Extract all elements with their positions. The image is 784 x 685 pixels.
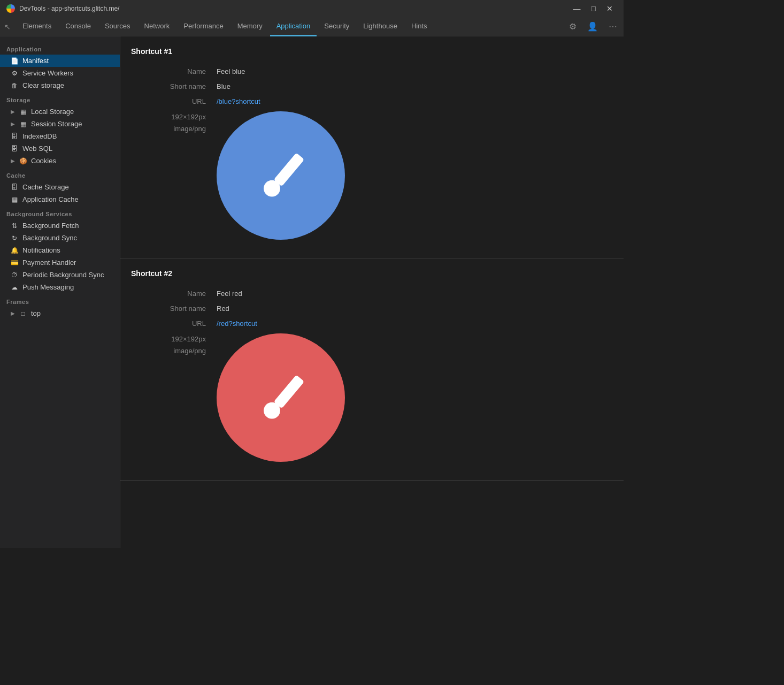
shortcut-2-name-label: Name [131, 288, 217, 299]
web-sql-icon: 🗄 [11, 145, 18, 153]
push-icon: ☁ [11, 284, 18, 291]
sidebar-label-indexeddb: IndexedDB [22, 132, 113, 140]
cookies-icon: 🍪 [19, 157, 27, 165]
sidebar-item-local-storage[interactable]: ▶ ▦ Local Storage [0, 105, 120, 118]
sidebar-label-notifications: Notifications [22, 246, 113, 254]
tab-hints[interactable]: Hints [405, 17, 434, 36]
bg-sync-icon: ↻ [11, 234, 18, 242]
sidebar-label-local-storage: Local Storage [31, 108, 113, 116]
svg-point-3 [264, 402, 280, 419]
shortcut-1-url-row: URL /blue?shortcut [120, 94, 624, 109]
cache-storage-icon: 🗄 [11, 184, 18, 191]
tab-network[interactable]: Network [138, 17, 176, 36]
tab-application[interactable]: Application [270, 17, 317, 36]
notifications-icon: 🔔 [11, 247, 18, 254]
sidebar-section-frames: Frames [0, 293, 120, 307]
more-icon[interactable]: ⋯ [606, 19, 619, 34]
shortcut-1-name-row: Name Feel blue [120, 64, 624, 79]
shortcut-2-name-row: Name Feel red [120, 286, 624, 301]
sidebar-section-cache: Cache [0, 167, 120, 181]
sidebar-label-cookies: Cookies [31, 157, 113, 165]
sidebar-section-application: Application [0, 41, 120, 55]
tabbar: ↖ Elements Console Sources Network Perfo… [0, 17, 624, 36]
profile-icon[interactable]: 👤 [585, 19, 600, 34]
sidebar-item-push-messaging[interactable]: ☁ Push Messaging [0, 281, 120, 293]
sidebar-item-cache-storage[interactable]: 🗄 Cache Storage [0, 181, 120, 193]
sidebar-label-push-messaging: Push Messaging [22, 283, 113, 291]
sidebar-item-cookies[interactable]: ▶ 🍪 Cookies [0, 155, 120, 167]
tab-sources[interactable]: Sources [98, 17, 137, 36]
sidebar-item-bg-sync[interactable]: ↻ Background Sync [0, 232, 120, 244]
svg-point-1 [264, 180, 280, 197]
maximize-button[interactable]: □ [587, 3, 600, 14]
shortcut-1-name-label: Name [131, 66, 217, 77]
payment-icon: 💳 [11, 259, 18, 267]
sidebar-item-notifications[interactable]: 🔔 Notifications [0, 244, 120, 256]
shortcut-1-url-value[interactable]: /blue?shortcut [217, 96, 260, 107]
sidebar-item-indexeddb[interactable]: 🗄 IndexedDB [0, 130, 120, 142]
shortcut-1-shortname-row: Short name Blue [120, 79, 624, 94]
sidebar-label-manifest: Manifest [22, 57, 113, 65]
tab-security[interactable]: Security [318, 17, 356, 36]
settings-icon[interactable]: ⚙ [567, 19, 579, 34]
shortcut-1-image-row: 192×192px image/png [120, 109, 624, 242]
paintbrush-icon [251, 368, 310, 427]
titlebar: DevTools - app-shortcuts.glitch.me/ — □ … [0, 0, 624, 17]
svg-rect-2 [274, 375, 305, 408]
shortcut-1-url-label: URL [131, 96, 217, 107]
titlebar-title: DevTools - app-shortcuts.glitch.me/ [19, 5, 565, 12]
sidebar-item-bg-fetch[interactable]: ⇅ Background Fetch [0, 219, 120, 232]
tab-elements[interactable]: Elements [16, 17, 58, 36]
tab-performance[interactable]: Performance [177, 17, 229, 36]
sidebar-label-web-sql: Web SQL [22, 144, 113, 153]
tab-lighthouse[interactable]: Lighthouse [357, 17, 404, 36]
sidebar-item-manifest[interactable]: 📄 Manifest [0, 55, 120, 67]
shortcut-2-url-value[interactable]: /red?shortcut [217, 318, 257, 329]
sidebar-label-application-cache: Application Cache [22, 195, 113, 203]
main-layout: Application 📄 Manifest ⚙ Service Workers… [0, 36, 624, 548]
sidebar-item-web-sql[interactable]: 🗄 Web SQL [0, 142, 120, 155]
shortcut-1-shortname-value: Blue [217, 81, 230, 92]
sidebar-label-service-workers: Service Workers [22, 69, 113, 77]
arrow-icon: ▶ [11, 310, 15, 316]
local-storage-icon: ▦ [19, 108, 27, 116]
sidebar-item-session-storage[interactable]: ▶ ▦ Session Storage [0, 118, 120, 130]
window-controls: — □ ✕ [569, 3, 617, 14]
shortcut-2-shortname-value: Red [217, 303, 229, 314]
arrow-icon: ▶ [11, 158, 15, 164]
sidebar-item-top[interactable]: ▶ □ top [0, 307, 120, 319]
sidebar-label-bg-sync: Background Sync [22, 234, 113, 242]
sidebar-label-cache-storage: Cache Storage [22, 183, 113, 191]
content-panel: Shortcut #1 Name Feel blue Short name Bl… [120, 36, 624, 548]
sidebar-item-clear-storage[interactable]: 🗑 Clear storage [0, 79, 120, 92]
shortcut-1-title: Shortcut #1 [120, 47, 624, 64]
sidebar-label-clear-storage: Clear storage [22, 81, 113, 89]
sidebar-section-bg-services: Background Services [0, 206, 120, 219]
tab-console[interactable]: Console [59, 17, 97, 36]
sidebar-item-application-cache[interactable]: ▦ Application Cache [0, 193, 120, 206]
periodic-sync-icon: ⏱ [11, 271, 18, 279]
shortcut-1-image-labels: 192×192px image/png [131, 111, 217, 135]
tabbar-icons: ⚙ 👤 ⋯ [567, 19, 619, 34]
tab-memory[interactable]: Memory [231, 17, 269, 36]
paintbrush-icon [251, 146, 310, 205]
bg-fetch-icon: ⇅ [11, 222, 18, 230]
shortcut-2-section: Shortcut #2 Name Feel red Short name Red… [120, 258, 624, 481]
shortcut-1-section: Shortcut #1 Name Feel blue Short name Bl… [120, 36, 624, 258]
minimize-button[interactable]: — [569, 3, 585, 14]
arrow-icon: ▶ [11, 121, 15, 127]
sidebar-item-payment-handler[interactable]: 💳 Payment Handler [0, 256, 120, 269]
sidebar: Application 📄 Manifest ⚙ Service Workers… [0, 36, 120, 548]
shortcut-2-shortname-row: Short name Red [120, 301, 624, 316]
shortcut-2-image-row: 192×192px image/png [120, 331, 624, 464]
shortcut-2-shortname-label: Short name [131, 303, 217, 314]
shortcut-2-image [217, 333, 345, 462]
close-button[interactable]: ✕ [602, 3, 617, 14]
shortcut-1-shortname-label: Short name [131, 81, 217, 92]
shortcut-2-url-label: URL [131, 318, 217, 329]
sidebar-item-periodic-bg-sync[interactable]: ⏱ Periodic Background Sync [0, 269, 120, 281]
shortcut-1-name-value: Feel blue [217, 66, 245, 77]
sidebar-item-service-workers[interactable]: ⚙ Service Workers [0, 67, 120, 79]
chrome-icon [6, 4, 15, 13]
sidebar-label-payment-handler: Payment Handler [22, 258, 113, 267]
